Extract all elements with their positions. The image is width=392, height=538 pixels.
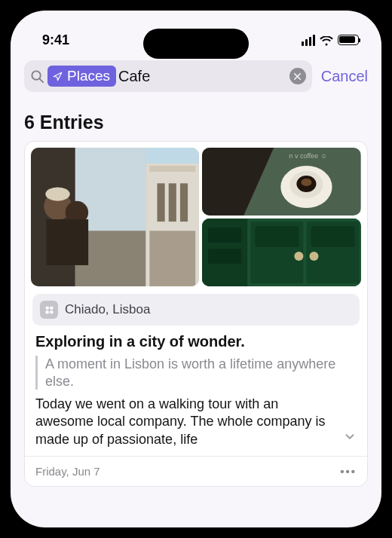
svg-rect-13 xyxy=(46,219,88,265)
clear-search-button[interactable] xyxy=(289,68,306,84)
close-icon xyxy=(293,72,302,81)
svg-point-32 xyxy=(295,252,304,261)
svg-rect-16 xyxy=(180,183,188,222)
location-text: Chiado, Lisboa xyxy=(65,302,150,317)
results-heading: 6 Entries xyxy=(24,112,368,133)
cellular-icon xyxy=(302,35,316,46)
svg-text:n v coffee ☺: n v coffee ☺ xyxy=(289,152,328,160)
svg-rect-5 xyxy=(145,148,199,164)
svg-point-36 xyxy=(45,306,49,310)
svg-rect-35 xyxy=(208,249,241,264)
entry-photo[interactable]: n v coffee ☺ xyxy=(202,148,361,216)
entry-date: Friday, Jun 7 xyxy=(35,465,100,478)
status-time: 9:41 xyxy=(42,32,69,48)
location-pill[interactable]: Chiado, Lisboa xyxy=(32,294,360,326)
svg-point-0 xyxy=(32,71,40,79)
svg-point-23 xyxy=(302,179,312,186)
svg-rect-34 xyxy=(208,228,241,243)
search-token-places[interactable]: Places xyxy=(47,66,116,87)
svg-rect-31 xyxy=(311,226,355,247)
more-button[interactable]: ••• xyxy=(340,465,357,478)
svg-line-1 xyxy=(40,78,43,81)
search-icon xyxy=(30,69,44,84)
photo-grid: n v coffee ☺ xyxy=(25,142,367,291)
svg-rect-15 xyxy=(169,183,176,222)
entry-card[interactable]: n v coffee ☺ xyxy=(24,141,368,487)
entry-title: Exploring in a city of wonder. xyxy=(35,333,357,350)
dynamic-island xyxy=(143,29,249,59)
svg-rect-14 xyxy=(157,183,164,222)
svg-rect-30 xyxy=(256,226,299,247)
entry-photo[interactable] xyxy=(31,148,199,286)
svg-point-33 xyxy=(310,252,319,261)
entry-photo[interactable] xyxy=(202,219,361,286)
search-input[interactable]: Places Cafe xyxy=(24,60,312,92)
search-query-text: Cafe xyxy=(118,68,150,85)
entry-body-text: Today we went on a walking tour with an … xyxy=(35,396,340,448)
search-token-label: Places xyxy=(67,68,110,84)
svg-point-37 xyxy=(50,306,54,310)
wifi-icon xyxy=(320,35,333,45)
battery-icon xyxy=(338,35,359,45)
entry-quote: A moment in Lisbon is worth a lifetime a… xyxy=(35,356,357,390)
location-arrow-icon xyxy=(52,71,63,82)
map-pin-icon xyxy=(40,301,58,319)
cancel-button[interactable]: Cancel xyxy=(321,68,368,85)
svg-rect-7 xyxy=(149,231,195,286)
svg-point-38 xyxy=(45,310,49,314)
chevron-down-icon[interactable] xyxy=(343,429,357,446)
svg-point-39 xyxy=(50,310,54,314)
svg-point-11 xyxy=(45,187,69,200)
